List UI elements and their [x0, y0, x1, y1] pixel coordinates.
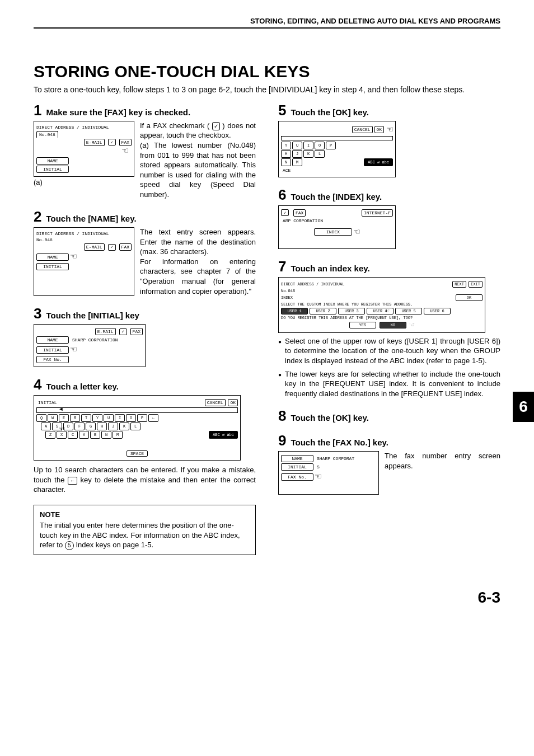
- step-6: 6 Touch the [INDEX] key. ✓ FAX INTERNET-…: [278, 187, 500, 249]
- hand-icon: ☜: [354, 227, 360, 237]
- user-index-button[interactable]: USER 3: [338, 308, 365, 314]
- space-key[interactable]: SPACE: [127, 450, 148, 457]
- keyboard-key[interactable]: O: [126, 414, 136, 422]
- screen-step1: DIRECT ADDRESS / INDIVIDUAL No.048 E-MAI…: [34, 121, 134, 177]
- keyboard-key[interactable]: P: [137, 414, 147, 422]
- faxno-button[interactable]: FAX No.: [281, 473, 313, 481]
- keyboard-key[interactable]: I: [303, 142, 313, 149]
- step-number: 8: [278, 408, 286, 423]
- user-index-button[interactable]: USER 4: [367, 308, 394, 314]
- email-button[interactable]: E-MAIL: [84, 139, 105, 146]
- ok-button[interactable]: OK: [374, 126, 385, 133]
- keyboard-key[interactable]: J: [292, 150, 302, 158]
- fax-checkbox[interactable]: ✓: [119, 328, 127, 335]
- name-button[interactable]: NAME: [36, 157, 69, 165]
- keyboard-key[interactable]: R: [70, 414, 80, 422]
- abc-toggle[interactable]: ABC ⇄ abc: [209, 431, 238, 439]
- keyboard-key[interactable]: G: [86, 422, 96, 430]
- email-button[interactable]: E-MAIL: [84, 243, 105, 251]
- user-index-button[interactable]: USER 5: [395, 308, 422, 314]
- keyboard-key[interactable]: Y: [92, 414, 102, 422]
- fax-checkbox[interactable]: ✓: [108, 139, 116, 145]
- keyboard-key[interactable]: U: [104, 414, 114, 422]
- name-button[interactable]: NAME: [281, 455, 313, 462]
- keyboard-key[interactable]: H: [97, 422, 107, 430]
- keyboard-key[interactable]: E: [59, 414, 69, 422]
- user-index-button[interactable]: USER 6: [424, 308, 451, 314]
- keyboard-key[interactable]: O: [315, 142, 325, 149]
- cancel-button[interactable]: CANCEL: [352, 126, 373, 133]
- keyboard-key[interactable]: M: [113, 431, 123, 439]
- keyboard-key[interactable]: K: [303, 150, 313, 158]
- keyboard-key[interactable]: J: [108, 422, 118, 430]
- exit-button[interactable]: EXIT: [469, 281, 483, 288]
- keyboard-key[interactable]: T: [81, 414, 91, 422]
- hand-icon: ☜: [387, 125, 393, 135]
- hand-icon: ☜: [315, 472, 321, 482]
- keyboard-key[interactable]: ←: [148, 414, 158, 422]
- internet-button[interactable]: INTERNET-F: [362, 209, 393, 217]
- cancel-button[interactable]: CANCEL: [205, 399, 226, 406]
- page-title: STORING ONE-TOUCH DIAL KEYS: [34, 62, 500, 81]
- no-button[interactable]: NO: [380, 322, 406, 328]
- step-number: 4: [34, 377, 41, 392]
- initial-button[interactable]: INITIAL: [281, 463, 313, 471]
- step-title: Make sure the [FAX] key is checked.: [46, 107, 190, 117]
- index-button[interactable]: INDEX: [314, 228, 352, 236]
- keyboard-key[interactable]: U: [292, 142, 302, 149]
- initial-button[interactable]: INITIAL: [36, 346, 69, 354]
- initial-button[interactable]: INITIAL: [36, 263, 69, 270]
- screen-step2: DIRECT ADDRESS / INDIVIDUAL No.048 E-MAI…: [34, 227, 134, 296]
- bullet-text: Select one of the upper row of keys ([US…: [285, 336, 500, 366]
- fax-checkbox[interactable]: ✓: [281, 209, 289, 216]
- fax-button[interactable]: FAX: [119, 243, 132, 251]
- step-title: Touch the [FAX No.] key.: [291, 438, 388, 447]
- keyboard-key[interactable]: N: [281, 158, 291, 166]
- email-button[interactable]: E-MAIL: [95, 328, 116, 335]
- hand-icon: ☜: [410, 321, 414, 329]
- keyboard-key[interactable]: V: [79, 431, 89, 439]
- keyboard-key[interactable]: C: [68, 431, 78, 439]
- keyboard-key[interactable]: M: [292, 158, 302, 166]
- hand-icon: ☜: [71, 252, 77, 262]
- page-number: 6-3: [0, 577, 534, 623]
- faxno-button[interactable]: FAX No.: [36, 356, 69, 363]
- keyboard-key[interactable]: L: [130, 422, 140, 430]
- running-header: STORING, EDITING, AND DELETING AUTO DIAL…: [34, 17, 500, 29]
- bullet-text: The lower keys are for selecting whether…: [285, 369, 500, 399]
- user-index-button[interactable]: USER 2: [310, 308, 336, 314]
- hand-icon: ☜: [122, 145, 128, 157]
- yes-button[interactable]: YES: [349, 322, 376, 328]
- keyboard-key[interactable]: Y: [281, 142, 291, 149]
- ok-button[interactable]: OK: [228, 399, 238, 406]
- keyboard-key[interactable]: F: [74, 422, 85, 430]
- keyboard-key[interactable]: B: [90, 431, 100, 439]
- hand-icon: ☜: [385, 308, 389, 314]
- keyboard-key[interactable]: K: [119, 422, 129, 430]
- keyboard-key[interactable]: A: [41, 422, 51, 430]
- keyboard-key[interactable]: W: [48, 414, 58, 422]
- abc-toggle[interactable]: ABC ⇄ abc: [364, 158, 393, 166]
- keyboard-key[interactable]: Z: [45, 431, 55, 439]
- initial-button[interactable]: INITIAL: [36, 166, 69, 173]
- keyboard-key[interactable]: I: [115, 414, 125, 422]
- keyboard-key[interactable]: H: [281, 150, 291, 158]
- step-title: Touch the [INDEX] key.: [291, 192, 382, 201]
- step-number: 7: [278, 259, 286, 274]
- fax-button[interactable]: FAX: [293, 209, 306, 217]
- keyboard-key[interactable]: P: [326, 142, 336, 149]
- intro-text: To store a one-touch key, follow steps 1…: [34, 84, 500, 95]
- fax-button[interactable]: FAX: [130, 328, 143, 335]
- fax-checkbox[interactable]: ✓: [108, 244, 116, 251]
- user-index-button[interactable]: USER 1: [281, 308, 308, 314]
- step-number: 5: [278, 103, 286, 118]
- step-title: Touch the [INITIAL] key: [46, 311, 139, 320]
- next-button[interactable]: NEXT: [452, 281, 466, 288]
- name-button[interactable]: NAME: [36, 253, 69, 261]
- name-button[interactable]: NAME: [36, 336, 69, 344]
- keyboard-key[interactable]: N: [101, 431, 111, 439]
- step-title: Touch the [NAME] key.: [46, 214, 136, 223]
- keyboard-key[interactable]: Q: [36, 414, 46, 422]
- keyboard-key[interactable]: L: [315, 150, 325, 158]
- ok-button[interactable]: OK: [456, 294, 483, 301]
